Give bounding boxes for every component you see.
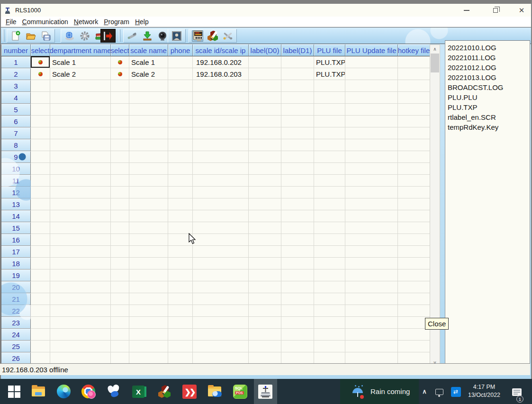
download-icon[interactable] xyxy=(142,30,153,42)
column-header-2[interactable]: dempartment name xyxy=(50,45,111,56)
table-cell[interactable] xyxy=(129,104,168,116)
paint3d-icon[interactable] xyxy=(107,385,121,399)
row-header[interactable]: 23 xyxy=(1,317,31,329)
table-cell[interactable] xyxy=(50,281,111,293)
column-header-8[interactable]: label(D1) xyxy=(281,45,314,56)
table-cell[interactable] xyxy=(50,139,111,151)
table-cell[interactable] xyxy=(398,56,430,68)
table-cell[interactable] xyxy=(345,352,398,364)
tools-icon[interactable] xyxy=(222,30,234,42)
table-cell[interactable] xyxy=(31,104,50,116)
table-cell[interactable] xyxy=(398,139,430,151)
settings-gear-icon[interactable] xyxy=(79,30,90,42)
table-cell[interactable] xyxy=(31,305,50,317)
table-cell[interactable] xyxy=(31,151,50,163)
teamviewer-button[interactable]: ⇄ xyxy=(450,386,461,397)
table-cell[interactable] xyxy=(281,104,314,116)
table-cell[interactable] xyxy=(281,139,314,151)
table-cell[interactable] xyxy=(398,329,430,341)
table-cell[interactable] xyxy=(111,352,129,364)
minimize-button[interactable] xyxy=(456,4,477,17)
table-cell[interactable] xyxy=(314,104,345,116)
column-header-3[interactable]: select xyxy=(111,45,129,56)
close-button[interactable]: ✕ xyxy=(511,4,532,17)
table-cell[interactable] xyxy=(129,151,168,163)
table-cell[interactable] xyxy=(111,269,129,281)
table-cell[interactable] xyxy=(345,329,398,341)
table-cell[interactable] xyxy=(398,198,430,210)
table-cell[interactable] xyxy=(398,68,430,80)
menu-file[interactable]: File xyxy=(6,18,17,26)
tray-chevron-button[interactable]: ∧ xyxy=(420,386,429,396)
table-cell[interactable] xyxy=(50,80,111,92)
table-cell[interactable] xyxy=(193,246,249,258)
table-cell[interactable] xyxy=(168,341,193,352)
table-cell[interactable] xyxy=(345,317,398,329)
row-header[interactable]: 22 xyxy=(1,305,31,317)
table-cell[interactable] xyxy=(31,258,50,269)
table-cell[interactable] xyxy=(314,341,345,352)
file-item[interactable]: PLU.PLU xyxy=(448,92,530,102)
table-cell[interactable] xyxy=(345,56,398,68)
row-header[interactable]: 25 xyxy=(1,341,31,352)
table-cell[interactable] xyxy=(249,246,281,258)
table-cell[interactable] xyxy=(129,234,168,246)
row-header[interactable]: 16 xyxy=(1,234,31,246)
table-cell[interactable] xyxy=(50,116,111,127)
table-cell[interactable] xyxy=(168,187,193,198)
table-cell[interactable] xyxy=(168,246,193,258)
table-cell[interactable] xyxy=(129,258,168,269)
row-header[interactable]: 2 xyxy=(1,68,31,80)
sql-app-icon[interactable]: SQL POS xyxy=(233,385,247,399)
table-cell[interactable] xyxy=(50,187,111,198)
table-cell[interactable] xyxy=(129,116,168,127)
table-cell[interactable] xyxy=(281,80,314,92)
table-cell[interactable] xyxy=(249,56,281,68)
table-cell[interactable] xyxy=(345,341,398,352)
table-cell[interactable] xyxy=(398,281,430,293)
table-cell[interactable] xyxy=(314,258,345,269)
table-cell[interactable] xyxy=(314,163,345,175)
table-cell[interactable] xyxy=(50,341,111,352)
table-cell[interactable] xyxy=(31,352,50,364)
table-cell[interactable] xyxy=(129,246,168,258)
table-cell[interactable] xyxy=(111,317,129,329)
user-card-icon[interactable] xyxy=(171,30,182,42)
table-cell[interactable] xyxy=(31,210,50,222)
table-cell[interactable] xyxy=(50,151,111,163)
table-cell[interactable] xyxy=(281,352,314,364)
scroll-up-icon[interactable]: ∧ xyxy=(430,45,440,53)
table-cell[interactable] xyxy=(345,163,398,175)
table-cell[interactable] xyxy=(168,104,193,116)
table-cell[interactable] xyxy=(111,187,129,198)
table-cell[interactable] xyxy=(249,80,281,92)
table-cell[interactable] xyxy=(345,281,398,293)
table-cell[interactable] xyxy=(193,317,249,329)
table-cell[interactable] xyxy=(50,127,111,139)
onedrive-folder-icon[interactable] xyxy=(207,385,222,399)
new-file-icon[interactable] xyxy=(10,30,21,42)
table-cell[interactable] xyxy=(398,151,430,163)
table-cell[interactable] xyxy=(129,198,168,210)
table-cell[interactable] xyxy=(314,151,345,163)
exit-arrow-icon[interactable] xyxy=(102,30,114,42)
red-app-icon[interactable]: ❯❯ xyxy=(182,385,197,399)
table-cell[interactable] xyxy=(111,234,129,246)
restore-button[interactable] xyxy=(485,4,506,17)
row-header[interactable]: 5 xyxy=(1,104,31,116)
table-cell[interactable] xyxy=(111,341,129,352)
table-cell[interactable] xyxy=(249,187,281,198)
table-cell[interactable] xyxy=(249,234,281,246)
table-cell[interactable]: 192.168.0.203 xyxy=(193,68,249,80)
table-cell[interactable] xyxy=(193,92,249,104)
table-cell[interactable] xyxy=(281,210,314,222)
table-cell[interactable] xyxy=(31,269,50,281)
table-cell[interactable]: Scale 1 xyxy=(129,56,168,68)
table-cell[interactable] xyxy=(31,222,50,234)
table-cell[interactable] xyxy=(31,234,50,246)
table-cell[interactable] xyxy=(345,258,398,269)
table-cell[interactable] xyxy=(50,269,111,281)
weather-widget[interactable]: Rain coming xyxy=(340,379,419,404)
table-cell[interactable] xyxy=(345,104,398,116)
table-cell[interactable] xyxy=(249,151,281,163)
